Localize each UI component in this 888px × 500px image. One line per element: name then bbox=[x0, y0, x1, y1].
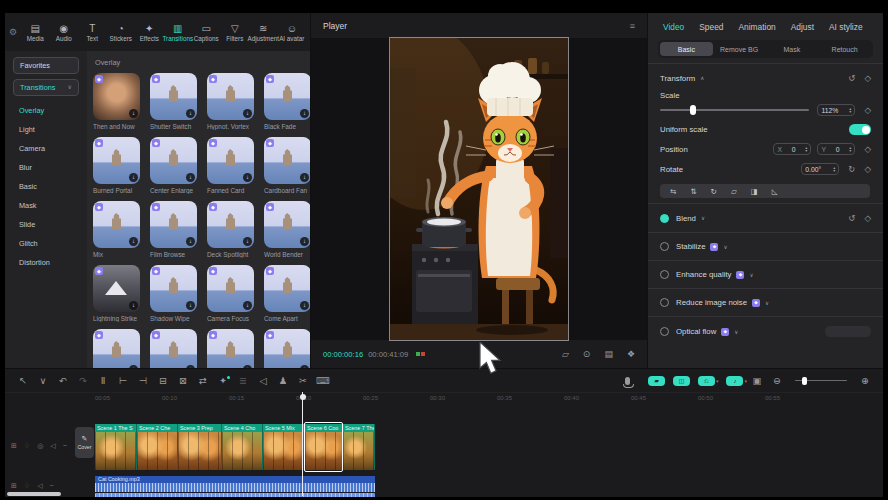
delete-icon[interactable]: ⊟ bbox=[153, 375, 173, 386]
transition-card[interactable]: ◆↓ bbox=[150, 329, 197, 368]
transition-card[interactable]: ◆↓Fanned Card bbox=[207, 137, 254, 194]
transition-thumbnail[interactable]: ◆↓ bbox=[207, 329, 254, 368]
position-y-box[interactable]: Y 0 ▴▾ bbox=[817, 143, 855, 155]
timeline-clip[interactable]: Scene 4 Cho bbox=[222, 424, 263, 470]
subtab-basic[interactable]: Basic bbox=[660, 42, 713, 56]
transition-thumbnail[interactable]: ◆↓ bbox=[207, 73, 254, 120]
mute-icon[interactable]: ◁ bbox=[37, 482, 42, 490]
cover-button[interactable]: ✎ Cover bbox=[75, 427, 94, 458]
stepper-icons[interactable]: ▴▾ bbox=[849, 146, 851, 153]
transition-thumbnail[interactable]: ◆↓ bbox=[150, 73, 197, 120]
rotate-icon[interactable]: ↻ bbox=[848, 164, 855, 174]
transition-thumbnail[interactable]: ◆↓ bbox=[207, 265, 254, 312]
sidebar-item-light[interactable]: Light bbox=[5, 120, 87, 139]
tab-video[interactable]: Video bbox=[663, 22, 684, 32]
transition-card[interactable]: ◆↓ bbox=[207, 329, 254, 368]
zoom-out-icon[interactable]: ⊖ bbox=[767, 375, 787, 386]
toolbar-tab-audio[interactable]: ◉Audio bbox=[50, 23, 79, 42]
trim-left-icon[interactable]: ⊢ bbox=[113, 375, 133, 386]
toolbar-tab-ai-avatar[interactable]: ☺AI avatar bbox=[278, 23, 307, 42]
snapshot-icon[interactable]: ⊙ bbox=[583, 349, 591, 359]
subtab-mask[interactable]: Mask bbox=[766, 42, 819, 56]
subtab-remove-bg[interactable]: Remove BG bbox=[713, 42, 766, 56]
sidebar-item-slide[interactable]: Slide bbox=[5, 215, 87, 234]
keyframe-icon[interactable]: ◇ bbox=[864, 164, 871, 174]
playhead[interactable] bbox=[302, 392, 303, 496]
crop-corner-icon[interactable]: ◺ bbox=[772, 187, 778, 196]
transition-thumbnail[interactable]: ◆↓ bbox=[264, 137, 310, 184]
transition-card[interactable]: ◆↓Come Apart bbox=[264, 265, 310, 322]
position-x-box[interactable]: X 0 ▴▾ bbox=[773, 143, 811, 155]
sidebar-item-distortion[interactable]: Distortion bbox=[5, 253, 87, 272]
transition-card[interactable]: ◆↓Hypnot. Vortex bbox=[207, 73, 254, 130]
toolbar-tab-adjustment[interactable]: ≋Adjustment bbox=[249, 23, 278, 42]
layers-icon[interactable]: ≣ bbox=[233, 375, 253, 386]
tab-animation[interactable]: Animation bbox=[739, 22, 776, 32]
toggle-preview-icon[interactable]: ▰ bbox=[648, 376, 665, 386]
person-icon[interactable]: ♟ bbox=[273, 375, 293, 386]
transition-thumbnail[interactable]: ◆↓ bbox=[93, 137, 140, 184]
reset-icon[interactable]: ↺ bbox=[848, 213, 855, 223]
delete-parts-icon[interactable]: ⊠ bbox=[173, 375, 193, 386]
keyframe-icon[interactable]: ◇ bbox=[864, 213, 871, 223]
checkbox-icon[interactable] bbox=[660, 270, 669, 279]
transition-thumbnail[interactable]: ◆↓ bbox=[93, 265, 140, 312]
tab-adjust[interactable]: Adjust bbox=[791, 22, 814, 32]
keyframe-icon[interactable]: ◇ bbox=[864, 73, 871, 83]
timeline-clip[interactable]: Scene 1 The S bbox=[95, 424, 137, 470]
checkbox-icon[interactable] bbox=[660, 298, 669, 307]
horizontal-scrollbar[interactable] bbox=[7, 492, 61, 496]
gear-icon[interactable]: ⚙ bbox=[5, 27, 21, 37]
timeline-clip[interactable]: Scene 6 Coo bbox=[305, 424, 343, 470]
transition-card[interactable]: ◆↓Shutter Switch bbox=[150, 73, 197, 130]
fit-icon[interactable]: ▱ bbox=[731, 187, 737, 196]
timeline-clip[interactable]: Scene 5 Mix bbox=[263, 424, 305, 470]
mute-icon[interactable]: ◁ bbox=[50, 442, 55, 450]
track-options-icon[interactable]: ⊞ bbox=[11, 442, 17, 450]
color-tag-icon[interactable]: ♢ bbox=[24, 442, 30, 450]
toggle-link-icon[interactable]: ⎌ bbox=[698, 376, 715, 386]
toolbar-tab-text[interactable]: TText bbox=[78, 23, 107, 42]
transition-thumbnail[interactable]: ◆↓ bbox=[264, 73, 310, 120]
select-caret-icon[interactable]: ∨ bbox=[33, 375, 53, 386]
trim-right-icon[interactable]: ⊣ bbox=[133, 375, 153, 386]
playhead-handle[interactable] bbox=[300, 394, 306, 400]
redo-icon[interactable]: ↷ bbox=[73, 375, 93, 386]
screens-icon[interactable]: ▣ bbox=[747, 375, 767, 386]
transform-header[interactable]: Transform ∧ ↺ ◇ bbox=[648, 69, 883, 87]
timeline-ruler[interactable]: 00:0500:1000:1500:2000:2500:3000:3500:40… bbox=[5, 392, 883, 406]
transition-card[interactable]: ◆↓Deck Spotlight bbox=[207, 201, 254, 258]
checkbox-icon[interactable] bbox=[660, 242, 669, 251]
sidebar-item-overlay[interactable]: Overlay bbox=[5, 101, 87, 120]
toolbar-tab-captions[interactable]: ▭Captions bbox=[192, 23, 221, 42]
transition-thumbnail[interactable]: ◆↓ bbox=[264, 265, 310, 312]
transition-thumbnail[interactable]: ◆↓ bbox=[93, 329, 140, 368]
transition-thumbnail[interactable]: ◆↓ bbox=[264, 329, 310, 368]
fill-icon[interactable]: ◨ bbox=[751, 187, 758, 196]
category-dropdown[interactable]: Transitions ∨ bbox=[13, 79, 79, 96]
timeline-clip[interactable]: Scene 2 Che bbox=[137, 424, 178, 470]
transition-thumbnail[interactable]: ◆↓ bbox=[150, 329, 197, 368]
resolution-icon[interactable]: ▤ bbox=[604, 349, 613, 359]
transition-card[interactable]: ◆↓Film Browse bbox=[150, 201, 197, 258]
transition-card[interactable]: ◆↓Lightning Strike bbox=[93, 265, 140, 322]
flip-horizontal-icon[interactable]: ⇆ bbox=[670, 187, 676, 196]
subtab-retouch[interactable]: Retouch bbox=[818, 42, 871, 56]
toolbar-tab-media[interactable]: ▤Media bbox=[21, 23, 50, 42]
transition-card[interactable]: ◆↓Burned Portal bbox=[93, 137, 140, 194]
loop-icon[interactable]: ⇄ bbox=[193, 375, 213, 386]
stepper-icons[interactable]: ▴▾ bbox=[833, 166, 835, 173]
select-icon[interactable]: ↖ bbox=[13, 375, 33, 386]
transition-card[interactable]: ◆↓Camera Focus bbox=[207, 265, 254, 322]
microphone-icon[interactable] bbox=[625, 377, 630, 385]
section-reduce-image-noise[interactable]: Reduce image noise◆∨ bbox=[648, 294, 883, 311]
sidebar-item-blur[interactable]: Blur bbox=[5, 158, 87, 177]
transition-card[interactable]: ◆↓Then and Now bbox=[93, 73, 140, 130]
toolbar-tab-filters[interactable]: ▽Filters bbox=[221, 23, 250, 42]
favorites-button[interactable]: Favorites bbox=[13, 57, 79, 74]
transition-card[interactable]: ◆↓ bbox=[264, 329, 310, 368]
speaker-icon[interactable]: ◁ bbox=[253, 375, 273, 386]
tab-speed[interactable]: Speed bbox=[699, 22, 723, 32]
timeline-clip[interactable]: Scene 3 Prep bbox=[178, 424, 222, 470]
video-frame[interactable] bbox=[390, 38, 568, 340]
